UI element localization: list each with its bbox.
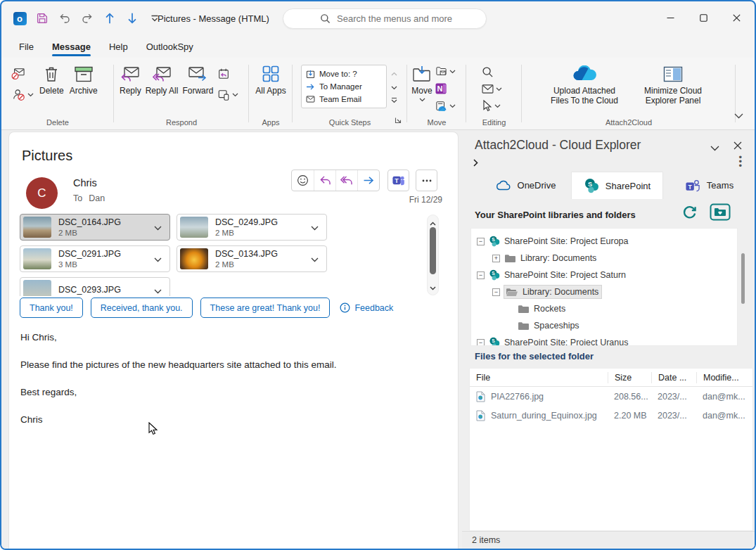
- rules-button[interactable]: [435, 66, 456, 77]
- tree-item-rockets[interactable]: Rockets: [471, 300, 737, 317]
- table-row[interactable]: PIA22766.jpg 208.56... 2023/... dan@mk..…: [470, 387, 752, 406]
- quick-steps-more-icon[interactable]: [391, 95, 397, 105]
- folder-icon: [518, 321, 530, 331]
- collapse-expander[interactable]: −: [477, 339, 485, 347]
- move-up-button[interactable]: [101, 10, 118, 27]
- search-bar[interactable]: [283, 8, 487, 29]
- column-header-size[interactable]: Size: [608, 372, 651, 383]
- to-manager-icon: [306, 83, 315, 91]
- tree-item-spaceships[interactable]: Spaceships: [471, 317, 737, 334]
- panel-options-button[interactable]: •••: [738, 155, 742, 168]
- more-actions-button[interactable]: [416, 170, 437, 191]
- undo-button[interactable]: [56, 10, 73, 27]
- attachment-card[interactable]: DSC_0293.JPG: [20, 277, 170, 296]
- suggested-reply-button[interactable]: Thank you!: [20, 298, 83, 318]
- find-button[interactable]: [482, 66, 522, 78]
- categorize-button[interactable]: [482, 84, 522, 94]
- suggested-reply-button[interactable]: These are great! Thank you!: [200, 298, 331, 318]
- maximize-button[interactable]: [687, 1, 720, 34]
- recipient-name[interactable]: Dan: [89, 193, 105, 203]
- selected-tree-item[interactable]: Library: Documents: [504, 286, 601, 298]
- scroll-up-icon[interactable]: [391, 68, 397, 78]
- tree-item-label: SharePoint Site: Project Europa: [504, 236, 629, 246]
- tab-file[interactable]: File: [10, 37, 43, 57]
- column-header-date[interactable]: Date ...: [651, 372, 696, 383]
- attachment-card[interactable]: DSC_0164.JPG2 MB: [20, 214, 170, 241]
- collapse-expander[interactable]: −: [477, 271, 485, 279]
- chevron-down-icon[interactable]: [311, 222, 319, 233]
- chevron-down-icon[interactable]: [154, 222, 162, 233]
- minimize-cloud-explorer-label: Minimize Cloud Explorer Panel: [632, 86, 714, 106]
- reply-all-quick-button[interactable]: [335, 170, 357, 191]
- column-header-file[interactable]: File: [470, 372, 608, 383]
- tree-item-site-saturn[interactable]: − S SharePoint Site: Project Saturn: [471, 267, 737, 283]
- reactions-button[interactable]: [292, 170, 314, 191]
- collapse-expander[interactable]: −: [477, 238, 485, 245]
- tree-item-site-uranus[interactable]: − S SharePoint Site: Project Uranus: [471, 334, 737, 346]
- scroll-down-icon[interactable]: [391, 82, 397, 92]
- attachments-scrollbar[interactable]: [427, 215, 439, 295]
- attachment-thumbnail: [23, 217, 51, 238]
- message-body[interactable]: Hi Chris, Please find the pictures of th…: [20, 332, 337, 442]
- redo-button[interactable]: [79, 10, 96, 27]
- panel-expander-button[interactable]: [473, 158, 478, 169]
- column-header-modified[interactable]: Modifie...: [696, 372, 752, 383]
- quick-step-move-to[interactable]: Move to: ?: [303, 68, 385, 80]
- feedback-link[interactable]: Feedback: [340, 302, 393, 313]
- select-button[interactable]: [482, 100, 522, 112]
- tab-message[interactable]: Message: [43, 37, 100, 57]
- share-button[interactable]: [217, 89, 238, 101]
- refresh-button[interactable]: [682, 205, 697, 222]
- onenote-button[interactable]: N: [435, 83, 456, 94]
- tab-teams[interactable]: T Teams: [663, 172, 755, 199]
- quick-steps-group-label: Quick Steps: [293, 118, 407, 127]
- svg-text:S: S: [492, 338, 495, 343]
- save-button[interactable]: [34, 10, 51, 27]
- close-button[interactable]: [720, 1, 753, 34]
- chevron-down-icon[interactable]: [154, 286, 162, 296]
- attachment-card[interactable]: DSC_0134.JPG2 MB: [177, 245, 327, 272]
- tree-scrollbar-thumb[interactable]: [741, 253, 745, 304]
- chevron-down-icon[interactable]: [154, 254, 162, 264]
- attachment-card[interactable]: DSC_0249.JPG2 MB: [177, 214, 327, 241]
- tree-item-library-europa[interactable]: + Library: Documents: [471, 250, 737, 267]
- minimize-button[interactable]: [654, 1, 687, 34]
- attachment-card[interactable]: DSC_0291.JPG3 MB: [20, 245, 170, 272]
- move-down-button[interactable]: [124, 10, 141, 27]
- favorite-folder-button[interactable]: [710, 203, 731, 223]
- sharepoint-site-icon: S: [489, 269, 500, 281]
- ribbon-tab-bar: File Message Help OutlookSpy: [1, 35, 755, 58]
- mail-actions-button[interactable]: [435, 101, 456, 112]
- tab-help[interactable]: Help: [100, 37, 137, 57]
- sender-avatar[interactable]: C: [26, 177, 58, 209]
- share-to-teams-button[interactable]: T: [387, 170, 409, 191]
- ignore-button[interactable]: [11, 68, 34, 80]
- collapse-ribbon-button[interactable]: [734, 110, 743, 121]
- scrollbar-thumb[interactable]: [430, 227, 436, 274]
- reply-quick-button[interactable]: [314, 170, 335, 191]
- forward-quick-button[interactable]: [357, 170, 379, 191]
- collapse-expander[interactable]: −: [492, 288, 500, 296]
- expand-expander[interactable]: +: [492, 255, 500, 262]
- search-input[interactable]: [337, 13, 478, 24]
- quick-step-to-manager[interactable]: To Manager: [303, 80, 385, 93]
- file-size: 208.56...: [608, 392, 651, 402]
- tree-item-site-europa[interactable]: − S SharePoint Site: Project Europa: [471, 233, 737, 250]
- tab-sharepoint[interactable]: S SharePoint: [571, 172, 663, 199]
- panel-close-button[interactable]: [733, 141, 742, 152]
- table-row[interactable]: Saturn_during_Equinox.jpg 2.20 MB 2023/.…: [470, 406, 752, 425]
- tree-item-library-saturn-selected[interactable]: − Library: Documents: [471, 283, 737, 300]
- block-sender-icon: [11, 89, 25, 101]
- sender-name[interactable]: Chris: [73, 177, 97, 188]
- tab-outlookspy[interactable]: OutlookSpy: [137, 37, 203, 57]
- panel-collapse-button[interactable]: [710, 143, 719, 153]
- tab-onedrive[interactable]: OneDrive: [479, 172, 571, 199]
- meeting-reply-button[interactable]: [217, 68, 238, 80]
- scroll-up-icon[interactable]: [428, 217, 438, 228]
- quick-step-team-email[interactable]: Team Email: [303, 93, 385, 105]
- suggested-reply-button[interactable]: Received, thank you.: [91, 298, 193, 318]
- scroll-down-icon[interactable]: [428, 282, 438, 293]
- ribbon-group-editing: Editing: [466, 58, 522, 129]
- block-sender-button[interactable]: [11, 89, 34, 101]
- chevron-down-icon[interactable]: [311, 254, 319, 264]
